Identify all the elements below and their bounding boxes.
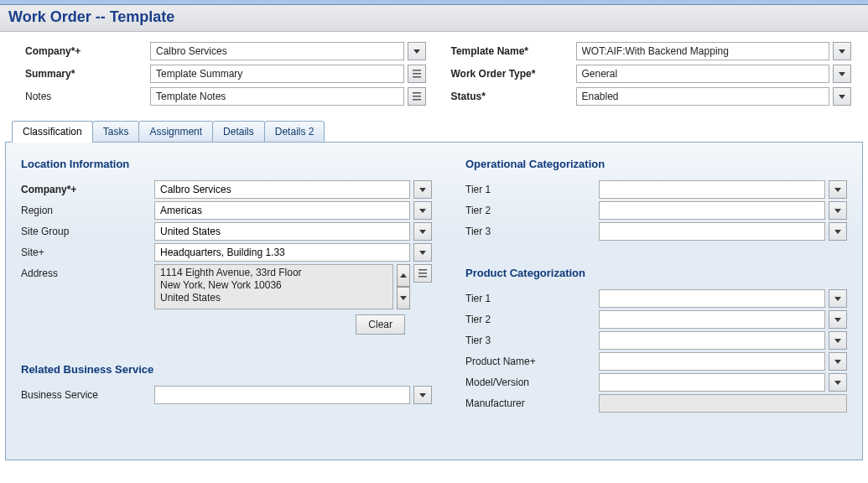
notes-expand-button[interactable] [408,87,426,106]
tab-details2[interactable]: Details 2 [264,121,325,143]
scroll-up-icon[interactable] [397,264,410,287]
title-bar: Work Order -- Template [0,5,868,32]
template-name-dropdown-button[interactable] [833,42,851,60]
product-name-label: Product Name+ [465,352,595,367]
related-section-title: Related Business Service [21,363,432,376]
manufacturer-label: Manufacturer [465,394,595,409]
opcat-t3-dropdown-button[interactable] [829,222,847,241]
opcat-section-title: Operational Categorization [465,158,847,170]
address-scrollbar[interactable] [397,264,410,309]
company-label: Company*+ [25,45,147,57]
status-label: Status* [451,91,573,102]
tab-panel: Location Information Company*+ Region Si… [5,142,863,460]
location-section-title: Location Information [21,158,432,170]
clear-button[interactable]: Clear [356,314,405,335]
region-dropdown-button[interactable] [413,201,432,220]
status-input[interactable] [576,87,830,106]
summary-label: Summary* [25,68,147,80]
summary-input[interactable] [150,65,404,83]
product-name-input[interactable] [599,352,825,371]
prodcat-t2-label: Tier 2 [465,310,595,325]
business-service-dropdown-button[interactable] [413,386,432,404]
prodcat-t2-input[interactable] [599,310,825,329]
loc-company-input[interactable] [154,180,410,199]
template-name-input[interactable] [576,42,830,60]
opcat-t1-dropdown-button[interactable] [829,180,847,199]
prodcat-t1-input[interactable] [599,289,825,308]
model-version-dropdown-button[interactable] [829,373,847,392]
prodcat-t3-input[interactable] [599,331,825,350]
prodcat-t1-dropdown-button[interactable] [829,289,847,308]
wo-type-dropdown-button[interactable] [833,65,851,83]
prodcat-t2-dropdown-button[interactable] [829,310,847,329]
sitegroup-label: Site Group [21,222,151,237]
notes-input[interactable] [150,87,404,106]
region-label: Region [21,201,151,216]
address-textarea[interactable]: 1114 Eighth Avenue, 33rd Floor New York,… [154,264,393,309]
address-line3: United States [160,292,387,304]
opcat-t2-label: Tier 2 [465,201,595,216]
loc-company-label: Company*+ [21,180,151,195]
model-version-label: Model/Version [465,373,595,388]
sitegroup-input[interactable] [154,222,410,241]
company-dropdown-button[interactable] [408,42,426,60]
business-service-label: Business Service [21,386,151,401]
sitegroup-dropdown-button[interactable] [413,222,432,241]
address-expand-button[interactable] [413,264,432,283]
model-version-input[interactable] [599,373,825,392]
loc-company-dropdown-button[interactable] [413,180,432,199]
wo-type-input[interactable] [576,65,830,83]
tab-details[interactable]: Details [212,121,265,143]
address-line1: 1114 Eighth Avenue, 33rd Floor [160,267,387,279]
tabs: Classification Tasks Assignment Details … [5,121,863,143]
opcat-t1-input[interactable] [599,180,825,199]
notes-label: Notes [25,91,147,102]
wo-type-label: Work Order Type* [451,68,573,80]
page-title: Work Order -- Template [8,8,860,26]
prodcat-t3-dropdown-button[interactable] [829,331,847,350]
header-form: Company*+ Summary* Notes Template Name* … [0,32,868,121]
address-label: Address [21,264,151,279]
manufacturer-input [599,394,847,413]
tab-tasks[interactable]: Tasks [92,121,140,143]
business-service-input[interactable] [154,386,410,404]
prodcat-t1-label: Tier 1 [465,289,595,304]
region-input[interactable] [154,201,410,220]
scroll-down-icon[interactable] [397,287,410,309]
opcat-t3-label: Tier 3 [465,222,595,237]
summary-expand-button[interactable] [408,65,426,83]
opcat-t1-label: Tier 1 [465,180,595,195]
address-line2: New York, New York 10036 [160,279,387,292]
prodcat-section-title: Product Categorization [465,267,847,279]
opcat-t2-dropdown-button[interactable] [829,201,847,220]
product-name-dropdown-button[interactable] [829,352,847,371]
opcat-t3-input[interactable] [599,222,825,241]
template-name-label: Template Name* [451,45,573,57]
status-dropdown-button[interactable] [833,87,851,106]
prodcat-t3-label: Tier 3 [465,331,595,346]
tab-assignment[interactable]: Assignment [138,121,213,143]
site-label: Site+ [21,243,151,258]
site-dropdown-button[interactable] [413,243,432,262]
tab-classification[interactable]: Classification [12,121,93,143]
company-input[interactable] [150,42,404,60]
site-input[interactable] [154,243,410,262]
opcat-t2-input[interactable] [599,201,825,220]
